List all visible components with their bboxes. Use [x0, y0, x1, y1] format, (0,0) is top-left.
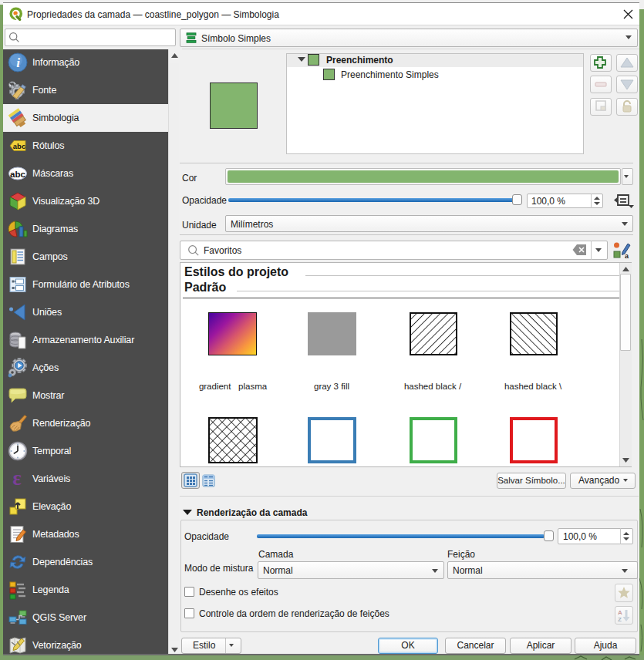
- svg-text:abc: abc: [13, 142, 25, 150]
- svg-text:ε: ε: [12, 469, 22, 489]
- svg-text:abc: abc: [10, 170, 25, 179]
- svg-text:A: A: [618, 609, 622, 616]
- svg-text:a: a: [625, 252, 629, 260]
- svg-text:Z: Z: [618, 616, 622, 622]
- svg-text:i: i: [16, 56, 20, 70]
